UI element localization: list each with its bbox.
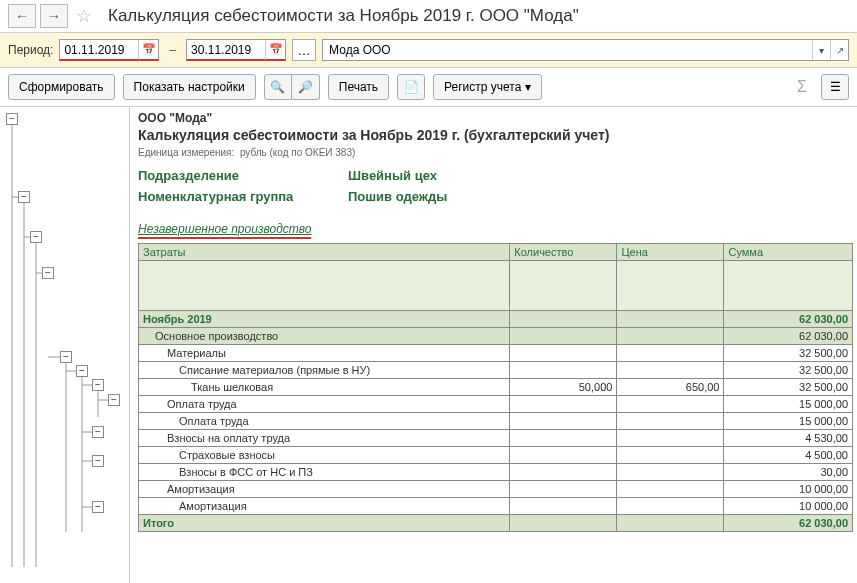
show-settings-button[interactable]: Показать настройки (123, 74, 256, 100)
date-dash: – (169, 43, 176, 57)
tree-node[interactable]: − (60, 351, 72, 363)
find-button[interactable]: 🔍 (264, 74, 292, 100)
star-icon[interactable]: ☆ (76, 5, 92, 27)
table-row: Амортизация10 000,00 (139, 498, 853, 515)
back-button[interactable]: ← (8, 4, 36, 28)
table-row: Оплата труда15 000,00 (139, 396, 853, 413)
print-button[interactable]: Печать (328, 74, 389, 100)
calendar-icon[interactable]: 📅 (265, 40, 285, 60)
more-button[interactable]: ☰ (821, 74, 849, 100)
period-more-button[interactable]: … (292, 39, 316, 61)
chevron-down-icon[interactable]: ▾ (812, 40, 830, 60)
tree-node[interactable]: − (6, 113, 18, 125)
col-sum: Сумма (724, 244, 853, 261)
open-icon[interactable]: ↗ (830, 40, 848, 60)
table-row: Страховые взносы4 500,00 (139, 447, 853, 464)
page-title: Калькуляция себестоимости за Ноябрь 2019… (108, 6, 579, 26)
tree-node[interactable]: − (92, 426, 104, 438)
tree-node[interactable]: − (108, 394, 120, 406)
division-label: Подразделение (138, 168, 318, 183)
tree-node[interactable]: − (42, 267, 54, 279)
table-header: Затраты Количество Цена Сумма (139, 244, 853, 261)
table-row: Материалы32 500,00 (139, 345, 853, 362)
tree-node[interactable]: − (92, 455, 104, 467)
date-from-input[interactable] (60, 41, 138, 59)
sigma-icon: Σ (791, 78, 813, 96)
tree-panel: − − − − − − − − − − − (0, 107, 130, 583)
org-input[interactable] (323, 41, 812, 59)
table-row-total: Итого62 030,00 (139, 515, 853, 532)
nomgroup-value: Пошив одежды (348, 189, 447, 204)
table-row: Амортизация10 000,00 (139, 481, 853, 498)
table-row: Ткань шелковая50,000650,0032 500,00 (139, 379, 853, 396)
tree-node[interactable]: − (18, 191, 30, 203)
col-qty: Количество (510, 244, 617, 261)
col-costs: Затраты (139, 244, 510, 261)
table-row: Основное производство62 030,00 (139, 328, 853, 345)
report-title: Калькуляция себестоимости за Ноябрь 2019… (138, 127, 853, 143)
generate-button[interactable]: Сформировать (8, 74, 115, 100)
calendar-icon[interactable]: 📅 (138, 40, 158, 60)
table-row: Взносы на оплату труда4 530,00 (139, 430, 853, 447)
table-row: Взносы в ФСС от НС и ПЗ30,00 (139, 464, 853, 481)
period-label: Период: (8, 43, 53, 57)
filter-button[interactable]: 🔎 (292, 74, 320, 100)
table-row: Оплата труда15 000,00 (139, 413, 853, 430)
tree-node[interactable]: − (76, 365, 88, 377)
save-button[interactable]: 📄 (397, 74, 425, 100)
report-org: ООО "Мода" (138, 111, 853, 125)
register-button[interactable]: Регистр учета ▾ (433, 74, 542, 100)
division-value: Швейный цех (348, 168, 437, 183)
date-to-input[interactable] (187, 41, 265, 59)
tree-node[interactable]: − (92, 501, 104, 513)
wip-link[interactable]: Незавершенное производство (138, 222, 311, 239)
report-unit: Единица измерения: рубль (код по ОКЕИ 38… (138, 147, 853, 158)
table-row: Списание материалов (прямые в НУ)32 500,… (139, 362, 853, 379)
forward-button[interactable]: → (40, 4, 68, 28)
col-price: Цена (617, 244, 724, 261)
tree-node[interactable]: − (30, 231, 42, 243)
nomgroup-label: Номенклатурная группа (138, 189, 318, 204)
data-table: Затраты Количество Цена Сумма Ноябрь 201… (138, 243, 853, 532)
table-row: Ноябрь 201962 030,00 (139, 311, 853, 328)
tree-node[interactable]: − (92, 379, 104, 391)
